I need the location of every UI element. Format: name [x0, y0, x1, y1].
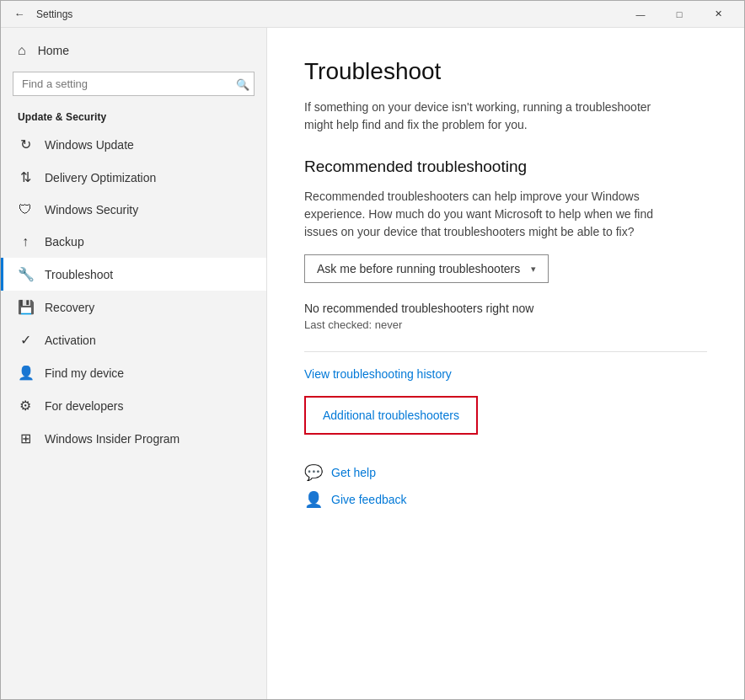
sidebar-item-windows-update[interactable]: ↻ Windows Update	[1, 128, 266, 161]
sidebar-item-label: Find my device	[45, 366, 124, 380]
back-button[interactable]: ←	[8, 3, 31, 26]
for-developers-icon: ⚙	[18, 398, 33, 414]
sidebar-item-label: Windows Insider Program	[45, 432, 180, 446]
get-help-row[interactable]: 💬 Get help	[304, 463, 707, 482]
sidebar-item-activation[interactable]: ✓ Activation	[1, 323, 266, 356]
sidebar-item-windows-insider[interactable]: ⊞ Windows Insider Program	[1, 422, 266, 455]
sidebar-item-recovery[interactable]: 💾 Recovery	[1, 291, 266, 323]
sidebar-item-for-developers[interactable]: ⚙ For developers	[1, 389, 266, 422]
give-feedback-label: Give feedback	[331, 493, 407, 506]
sidebar-item-label: Delivery Optimization	[45, 171, 156, 184]
settings-window: ← Settings — □ ✕ ⌂ Home 🔍 Update & Secur…	[0, 0, 745, 700]
give-feedback-icon: 👤	[304, 490, 323, 509]
sidebar-section-title: Update & Security	[1, 104, 266, 128]
additional-troubleshooters-box: Additional troubleshooters	[304, 396, 478, 435]
sidebar-item-label: Backup	[45, 235, 84, 248]
give-feedback-row[interactable]: 👤 Give feedback	[304, 490, 707, 509]
minimize-button[interactable]: —	[621, 1, 660, 28]
page-title: Troubleshoot	[304, 58, 707, 85]
search-input[interactable]	[13, 72, 255, 96]
dropdown-value: Ask me before running troubleshooters	[317, 262, 520, 275]
search-icon[interactable]: 🔍	[236, 77, 249, 90]
windows-update-icon: ↻	[18, 136, 33, 152]
sidebar-item-windows-security[interactable]: 🛡 Windows Security	[1, 194, 266, 226]
sidebar-item-label: Windows Update	[45, 138, 134, 152]
titlebar: ← Settings — □ ✕	[1, 1, 744, 28]
content-area: Troubleshoot If something on your device…	[267, 28, 744, 699]
sidebar-item-delivery-optimization[interactable]: ⇅ Delivery Optimization	[1, 161, 266, 194]
recommended-section-desc: Recommended troubleshooters can help imp…	[304, 188, 675, 241]
window-controls: — □ ✕	[621, 1, 737, 28]
additional-troubleshooters-link[interactable]: Additional troubleshooters	[323, 409, 459, 422]
sidebar-item-label: Activation	[45, 334, 96, 347]
home-icon: ⌂	[18, 43, 26, 58]
recovery-icon: 💾	[18, 299, 33, 315]
chevron-down-icon: ▾	[531, 264, 536, 275]
search-box[interactable]: 🔍	[13, 72, 255, 96]
sidebar-item-home[interactable]: ⌂ Home	[1, 35, 266, 67]
page-description: If something on your device isn't workin…	[304, 99, 675, 134]
status-sub: Last checked: never	[304, 318, 707, 331]
sidebar-item-find-my-device[interactable]: 👤 Find my device	[1, 356, 266, 389]
sidebar-item-label: Recovery	[45, 301, 94, 314]
maximize-button[interactable]: □	[660, 1, 699, 28]
divider	[304, 351, 707, 352]
sidebar-item-label: Windows Security	[45, 203, 138, 216]
get-help-label: Get help	[331, 466, 376, 479]
home-label: Home	[38, 44, 69, 57]
sidebar-item-backup[interactable]: ↑ Backup	[1, 226, 266, 258]
delivery-optimization-icon: ⇅	[18, 169, 33, 185]
recommended-section-title: Recommended troubleshooting	[304, 158, 707, 176]
main-layout: ⌂ Home 🔍 Update & Security ↻ Windows Upd…	[1, 28, 744, 699]
troubleshooter-dropdown[interactable]: Ask me before running troubleshooters ▾	[304, 254, 549, 283]
sidebar-item-troubleshoot[interactable]: 🔧 Troubleshoot	[1, 258, 266, 291]
sidebar: ⌂ Home 🔍 Update & Security ↻ Windows Upd…	[1, 28, 267, 699]
get-help-icon: 💬	[304, 463, 323, 482]
troubleshoot-icon: 🔧	[18, 266, 33, 282]
find-my-device-icon: 👤	[18, 365, 33, 381]
windows-security-icon: 🛡	[18, 202, 33, 217]
window-title: Settings	[36, 8, 621, 20]
sidebar-item-label: For developers	[45, 399, 123, 413]
close-button[interactable]: ✕	[699, 1, 737, 28]
activation-icon: ✓	[18, 332, 33, 348]
view-history-link[interactable]: View troubleshooting history	[304, 367, 707, 381]
sidebar-item-label: Troubleshoot	[45, 268, 113, 281]
windows-insider-icon: ⊞	[18, 430, 33, 446]
status-main: No recommended troubleshooters right now	[304, 302, 707, 315]
backup-icon: ↑	[18, 234, 33, 249]
